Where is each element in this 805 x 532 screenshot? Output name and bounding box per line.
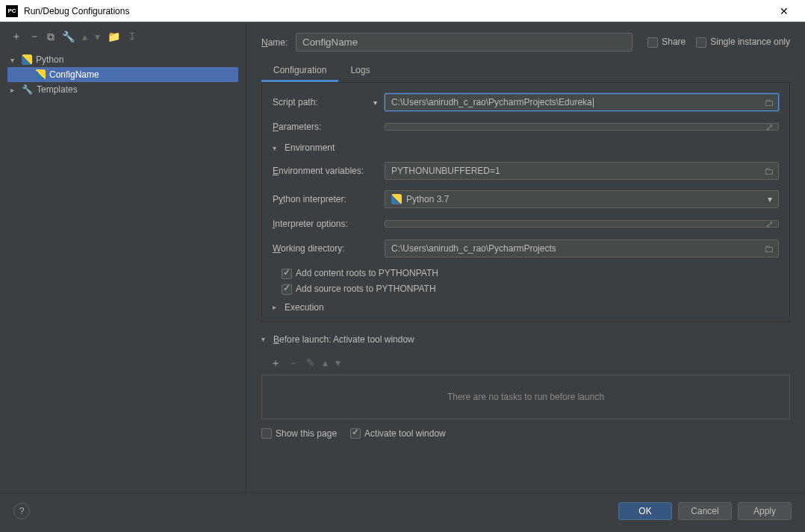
footer: ? OK Cancel Apply [0, 492, 805, 528]
python-icon [22, 54, 32, 65]
sidebar: ＋ － ⧉ 🔧 ▴ ▾ 📁 ↧ ▾ Python ConfigName ▸ 🔧 [0, 22, 246, 492]
expand-icon[interactable]: ⤢ [765, 122, 774, 133]
python-icon [391, 194, 402, 204]
close-button[interactable]: ✕ [769, 1, 799, 22]
parameters-label: Parameters: [273, 122, 385, 132]
python-icon [35, 69, 46, 80]
tab-logs[interactable]: Logs [338, 60, 382, 82]
arrow-right-icon: ▸ [10, 86, 18, 94]
share-checkbox[interactable]: Share [647, 37, 686, 48]
env-vars-label: Environment variables: [273, 166, 385, 176]
configuration-panel: Script path: ▾ C:\Users\anirudh_c_rao\Py… [261, 82, 790, 322]
add-content-roots-checkbox[interactable]: Add content roots to PYTHONPATH [282, 268, 438, 279]
add-icon[interactable]: ＋ [270, 357, 281, 370]
app-icon: PC [6, 5, 18, 17]
script-path-input[interactable]: C:\Users\anirudh_c_rao\PycharmProjects\E… [385, 93, 779, 111]
before-launch-tasks-empty: There are no tasks to run before launch [261, 375, 790, 419]
help-button[interactable]: ? [13, 503, 30, 519]
browse-icon[interactable]: 🗀 [764, 243, 774, 254]
section-title: Environment [285, 143, 335, 153]
name-input[interactable] [296, 33, 632, 51]
wrench-icon[interactable]: 🔧 [62, 31, 75, 43]
tree-label: ConfigName [49, 69, 99, 80]
show-this-page-checkbox[interactable]: Show this page [261, 428, 337, 439]
remove-icon[interactable]: － [29, 30, 40, 43]
section-title: Execution [285, 302, 324, 313]
chevron-down-icon: ▾ [373, 98, 377, 107]
expand-icon[interactable]: ⤢ [765, 219, 774, 230]
name-label: Name: [261, 37, 296, 48]
workdir-label: Working directory: [273, 243, 385, 254]
workdir-input[interactable]: C:\Users\anirudh_c_rao\PycharmProjects 🗀 [385, 240, 779, 257]
interpreter-label: Python interpreter: [273, 194, 385, 204]
config-tree: ▾ Python ConfigName ▸ 🔧 Templates [7, 52, 238, 97]
script-path-label[interactable]: Script path: ▾ [273, 97, 385, 107]
edit-icon: ✎ [306, 357, 315, 370]
parameters-input[interactable]: ⤢ [385, 123, 779, 131]
up-icon: ▴ [82, 31, 87, 43]
interpreter-options-label: Interpreter options: [273, 219, 385, 229]
cancel-button[interactable]: Cancel [678, 502, 732, 520]
interpreter-options-input[interactable]: ⤢ [385, 220, 779, 228]
before-launch-toolbar: ＋ － ✎ ▴ ▾ [270, 354, 790, 373]
window-title: Run/Debug Configurations [24, 6, 769, 16]
browse-icon[interactable]: 🗀 [764, 166, 774, 177]
env-vars-input[interactable]: PYTHONUNBUFFERED=1 🗀 [385, 162, 779, 180]
up-icon: ▴ [323, 357, 328, 370]
browse-icon[interactable]: 🗀 [764, 97, 774, 108]
tabs: Configuration Logs [261, 60, 790, 83]
tree-node-python[interactable]: ▾ Python [7, 52, 238, 67]
apply-button[interactable]: Apply [738, 502, 792, 520]
tab-configuration[interactable]: Configuration [261, 60, 338, 82]
environment-section-header[interactable]: ▾ Environment [273, 143, 779, 153]
tree-node-configname[interactable]: ConfigName [7, 67, 238, 82]
tree-node-templates[interactable]: ▸ 🔧 Templates [7, 82, 238, 97]
execution-section-header[interactable]: ▸ Execution [273, 302, 779, 313]
arrow-right-icon: ▸ [273, 303, 280, 311]
titlebar: PC Run/Debug Configurations ✕ [0, 0, 805, 22]
main-panel: Name: Share Single instance only Configu… [246, 22, 805, 492]
ok-button[interactable]: OK [618, 502, 672, 520]
tree-label: Templates [37, 84, 78, 95]
activate-tool-window-checkbox[interactable]: Activate tool window [350, 428, 446, 439]
wrench-icon: 🔧 [22, 84, 33, 95]
tree-label: Python [36, 54, 63, 65]
arrow-down-icon: ▾ [261, 335, 269, 343]
remove-icon: － [288, 357, 299, 370]
interpreter-select[interactable]: Python 3.7 [385, 190, 779, 208]
arrow-down-icon: ▾ [10, 56, 18, 64]
sidebar-toolbar: ＋ － ⧉ 🔧 ▴ ▾ 📁 ↧ [7, 30, 238, 49]
down-icon: ▾ [95, 31, 100, 43]
folder-icon[interactable]: 📁 [108, 31, 120, 43]
add-icon[interactable]: ＋ [11, 30, 22, 43]
before-launch-header[interactable]: ▾ Before launch: Activate tool window [261, 334, 790, 345]
add-source-roots-checkbox[interactable]: Add source roots to PYTHONPATH [282, 284, 436, 295]
arrow-down-icon: ▾ [273, 144, 280, 152]
single-instance-checkbox[interactable]: Single instance only [696, 37, 790, 48]
copy-icon[interactable]: ⧉ [47, 31, 55, 43]
sort-icon: ↧ [128, 31, 137, 43]
down-icon: ▾ [335, 357, 341, 370]
before-launch-section: ▾ Before launch: Activate tool window ＋ … [261, 334, 790, 439]
